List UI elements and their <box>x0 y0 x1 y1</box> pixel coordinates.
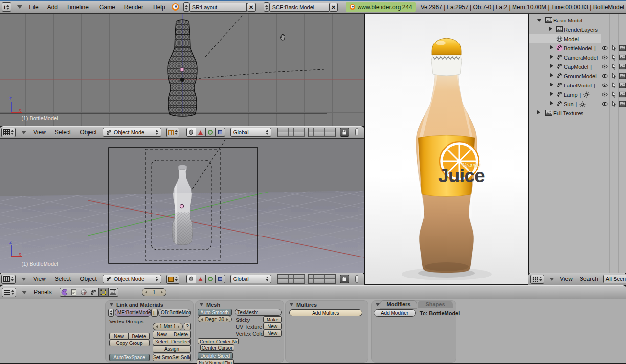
menu-render[interactable]: Render <box>124 4 143 11</box>
center-new-button[interactable]: Center Ne <box>216 338 239 344</box>
window-type-button[interactable] <box>1 128 16 137</box>
layer-toggle[interactable] <box>325 279 330 283</box>
lock-button[interactable] <box>340 275 349 283</box>
scene-stepper[interactable] <box>264 2 269 12</box>
orientation-dropdown[interactable]: Global <box>230 128 271 137</box>
auto-smooth-toggle[interactable]: Auto Smooth <box>198 309 232 316</box>
render-icon[interactable] <box>619 101 626 107</box>
logic-context-button[interactable] <box>60 288 69 297</box>
window-type-button[interactable]: i <box>2 2 11 12</box>
expand-triangle-icon[interactable] <box>550 45 555 49</box>
tab-shapes[interactable]: Shapes <box>418 301 453 308</box>
hand-widget-button[interactable] <box>186 128 196 137</box>
mode-dropdown[interactable]: Object Mode <box>103 128 161 137</box>
layer-toggle[interactable] <box>309 128 314 132</box>
menu-panels[interactable]: Panels <box>34 289 52 296</box>
layer-toggle[interactable] <box>314 132 319 137</box>
expand-triangle-icon[interactable] <box>537 110 542 114</box>
scene-context-button[interactable] <box>109 288 118 297</box>
layer-toggle[interactable] <box>278 132 283 137</box>
collapse-triangle-icon[interactable] <box>22 278 26 283</box>
translate-widget-button[interactable] <box>196 275 206 283</box>
cursor-icon[interactable] <box>611 73 617 79</box>
object-name-field[interactable]: OB:BottleModel <box>158 309 191 317</box>
expand-triangle-icon[interactable] <box>550 92 555 96</box>
vcol-new-button[interactable]: New <box>263 330 282 337</box>
translate-widget-button[interactable] <box>196 128 206 137</box>
center-button[interactable]: Center <box>198 338 216 344</box>
assign-button[interactable]: Assign <box>153 345 191 353</box>
sticky-make-button[interactable]: Make <box>263 316 282 323</box>
layer-toggle[interactable] <box>314 275 319 279</box>
rotate-widget-button[interactable] <box>206 128 216 137</box>
cursor-icon[interactable] <box>611 101 617 107</box>
cursor-icon[interactable] <box>611 54 617 61</box>
outliner-item-sun[interactable]: Sun| <box>529 99 626 108</box>
menu-view[interactable]: View <box>33 129 46 136</box>
menu-file[interactable]: File <box>29 4 38 11</box>
material-delete-button[interactable]: Delete <box>171 331 191 338</box>
outliner-item-renderlayers[interactable]: RenderLayers <box>529 25 626 34</box>
layer-toggle[interactable] <box>294 279 299 283</box>
layer-toggle[interactable] <box>278 279 283 283</box>
fake-user-button[interactable]: F <box>151 309 158 317</box>
uv-new-button[interactable]: New <box>263 323 282 330</box>
layer-toggle[interactable] <box>319 279 325 283</box>
cursor-icon[interactable] <box>611 91 617 98</box>
collapse-triangle-icon[interactable] <box>22 131 26 137</box>
render-icon[interactable] <box>619 45 626 51</box>
material-help-button[interactable]: ? <box>184 323 191 330</box>
deselect-button[interactable]: Deselect <box>171 338 191 345</box>
expand-triangle-icon[interactable] <box>550 55 555 59</box>
mode-dropdown[interactable]: Object Mode <box>103 275 161 283</box>
texmesh-field[interactable]: TexMesh: <box>235 309 282 316</box>
eye-icon[interactable] <box>602 82 608 88</box>
layer-toggle[interactable] <box>283 279 289 283</box>
eye-icon[interactable] <box>602 91 608 98</box>
orientation-dropdown[interactable]: Global <box>230 275 271 283</box>
layer-toggle[interactable] <box>330 275 335 279</box>
menu-search[interactable]: Search <box>580 276 598 282</box>
outliner-item-labelmodel[interactable]: LabelModel| <box>529 81 626 90</box>
draw-type-dropdown[interactable] <box>166 128 179 137</box>
scope-dropdown[interactable]: All Scenes <box>603 275 626 283</box>
layer-toggle[interactable] <box>299 279 305 283</box>
layer-toggle[interactable] <box>299 128 305 132</box>
eye-icon[interactable] <box>602 101 608 107</box>
menu-view[interactable]: View <box>560 276 573 282</box>
degr-stepper[interactable]: Degr: 30 <box>198 316 232 322</box>
menu-object[interactable]: Object <box>80 276 97 282</box>
hand-widget-button[interactable] <box>186 275 196 283</box>
layer-toggle[interactable] <box>314 279 319 283</box>
menu-game[interactable]: Game <box>99 4 115 11</box>
layer-toggle[interactable] <box>314 128 319 132</box>
header-scroll-nub[interactable] <box>355 128 358 136</box>
panel-collapse-icon[interactable] <box>110 303 113 308</box>
header-scroll-nub[interactable] <box>355 275 358 283</box>
layer-toggle[interactable] <box>319 132 325 137</box>
mesh-browse-stepper[interactable] <box>108 309 114 317</box>
render-icon[interactable] <box>619 54 626 61</box>
layer-toggle[interactable] <box>299 132 305 137</box>
viewport-front[interactable]: z x (1) BottleModel <box>0 14 364 126</box>
render-icon[interactable] <box>619 82 626 88</box>
close-icon[interactable] <box>329 3 338 12</box>
menu-select[interactable]: Select <box>55 129 71 136</box>
scene-selector[interactable]: SCE:Basic Model <box>269 3 329 12</box>
expand-triangle-icon[interactable] <box>549 27 554 31</box>
draw-type-dropdown[interactable] <box>166 275 179 284</box>
layer-toggle[interactable] <box>309 132 314 137</box>
autotexspace-toggle[interactable]: AutoTexSpace <box>109 354 150 361</box>
outliner-item-groundmodel[interactable]: GroundModel <box>529 71 626 81</box>
add-multires-button[interactable]: Add Multires <box>289 309 362 316</box>
tab-modifiers[interactable]: Modifiers <box>380 301 417 308</box>
eye-icon[interactable] <box>602 54 608 61</box>
scale-widget-button[interactable] <box>216 128 225 137</box>
vgroup-delete-button[interactable]: Delete <box>129 333 150 340</box>
double-sided-toggle[interactable]: Double Sided <box>198 352 233 359</box>
layer-toggle[interactable] <box>325 275 330 279</box>
copy-group-button[interactable]: Copy Group <box>109 340 150 346</box>
frame-number-field[interactable]: 1 <box>142 288 166 296</box>
add-modifier-button[interactable]: Add Modifier <box>374 309 416 317</box>
screen-selector[interactable]: SR:Layout <box>189 3 247 12</box>
